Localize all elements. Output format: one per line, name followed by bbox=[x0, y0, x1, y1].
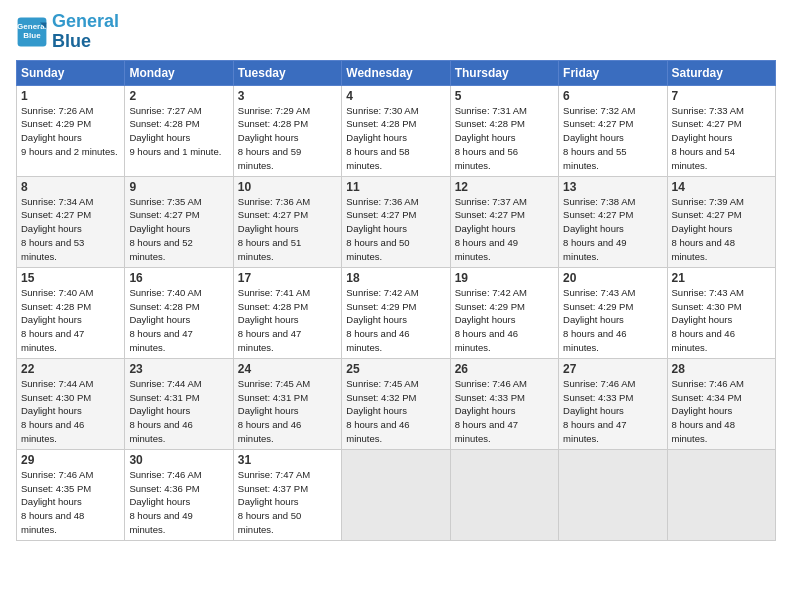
day-number: 1 bbox=[21, 89, 120, 103]
day-cell: 28Sunrise: 7:46 AMSunset: 4:34 PMDayligh… bbox=[667, 358, 775, 449]
day-info: Sunrise: 7:40 AMSunset: 4:28 PMDaylight … bbox=[21, 287, 93, 353]
day-cell: 2Sunrise: 7:27 AMSunset: 4:28 PMDaylight… bbox=[125, 85, 233, 176]
day-cell: 14Sunrise: 7:39 AMSunset: 4:27 PMDayligh… bbox=[667, 176, 775, 267]
day-info: Sunrise: 7:43 AMSunset: 4:29 PMDaylight … bbox=[563, 287, 635, 353]
day-info: Sunrise: 7:45 AMSunset: 4:32 PMDaylight … bbox=[346, 378, 418, 444]
day-number: 26 bbox=[455, 362, 554, 376]
day-info: Sunrise: 7:46 AMSunset: 4:33 PMDaylight … bbox=[455, 378, 527, 444]
day-cell bbox=[342, 449, 450, 540]
day-number: 25 bbox=[346, 362, 445, 376]
day-cell: 29Sunrise: 7:46 AMSunset: 4:35 PMDayligh… bbox=[17, 449, 125, 540]
day-cell: 21Sunrise: 7:43 AMSunset: 4:30 PMDayligh… bbox=[667, 267, 775, 358]
header-cell-friday: Friday bbox=[559, 60, 667, 85]
day-number: 29 bbox=[21, 453, 120, 467]
day-cell: 12Sunrise: 7:37 AMSunset: 4:27 PMDayligh… bbox=[450, 176, 558, 267]
day-info: Sunrise: 7:46 AMSunset: 4:35 PMDaylight … bbox=[21, 469, 93, 535]
day-number: 3 bbox=[238, 89, 337, 103]
day-info: Sunrise: 7:37 AMSunset: 4:27 PMDaylight … bbox=[455, 196, 527, 262]
day-info: Sunrise: 7:45 AMSunset: 4:31 PMDaylight … bbox=[238, 378, 310, 444]
calendar-page: General Blue GeneralBlue SundayMondayTue… bbox=[0, 0, 792, 612]
day-info: Sunrise: 7:44 AMSunset: 4:30 PMDaylight … bbox=[21, 378, 93, 444]
day-info: Sunrise: 7:38 AMSunset: 4:27 PMDaylight … bbox=[563, 196, 635, 262]
day-info: Sunrise: 7:42 AMSunset: 4:29 PMDaylight … bbox=[346, 287, 418, 353]
day-info: Sunrise: 7:46 AMSunset: 4:36 PMDaylight … bbox=[129, 469, 201, 535]
day-cell: 7Sunrise: 7:33 AMSunset: 4:27 PMDaylight… bbox=[667, 85, 775, 176]
logo: General Blue GeneralBlue bbox=[16, 12, 119, 52]
day-number: 21 bbox=[672, 271, 771, 285]
day-number: 30 bbox=[129, 453, 228, 467]
day-info: Sunrise: 7:31 AMSunset: 4:28 PMDaylight … bbox=[455, 105, 527, 171]
day-cell: 13Sunrise: 7:38 AMSunset: 4:27 PMDayligh… bbox=[559, 176, 667, 267]
day-number: 10 bbox=[238, 180, 337, 194]
day-cell: 10Sunrise: 7:36 AMSunset: 4:27 PMDayligh… bbox=[233, 176, 341, 267]
day-cell: 11Sunrise: 7:36 AMSunset: 4:27 PMDayligh… bbox=[342, 176, 450, 267]
header-cell-saturday: Saturday bbox=[667, 60, 775, 85]
day-info: Sunrise: 7:36 AMSunset: 4:27 PMDaylight … bbox=[346, 196, 418, 262]
day-number: 12 bbox=[455, 180, 554, 194]
day-info: Sunrise: 7:44 AMSunset: 4:31 PMDaylight … bbox=[129, 378, 201, 444]
day-number: 9 bbox=[129, 180, 228, 194]
day-cell: 17Sunrise: 7:41 AMSunset: 4:28 PMDayligh… bbox=[233, 267, 341, 358]
day-number: 4 bbox=[346, 89, 445, 103]
day-info: Sunrise: 7:36 AMSunset: 4:27 PMDaylight … bbox=[238, 196, 310, 262]
day-number: 6 bbox=[563, 89, 662, 103]
calendar-header-row: SundayMondayTuesdayWednesdayThursdayFrid… bbox=[17, 60, 776, 85]
header-cell-thursday: Thursday bbox=[450, 60, 558, 85]
day-info: Sunrise: 7:43 AMSunset: 4:30 PMDaylight … bbox=[672, 287, 744, 353]
day-info: Sunrise: 7:46 AMSunset: 4:33 PMDaylight … bbox=[563, 378, 635, 444]
header: General Blue GeneralBlue bbox=[16, 12, 776, 52]
header-cell-wednesday: Wednesday bbox=[342, 60, 450, 85]
day-number: 2 bbox=[129, 89, 228, 103]
day-number: 23 bbox=[129, 362, 228, 376]
day-cell: 9Sunrise: 7:35 AMSunset: 4:27 PMDaylight… bbox=[125, 176, 233, 267]
week-row-3: 15Sunrise: 7:40 AMSunset: 4:28 PMDayligh… bbox=[17, 267, 776, 358]
day-number: 7 bbox=[672, 89, 771, 103]
day-number: 13 bbox=[563, 180, 662, 194]
day-cell: 23Sunrise: 7:44 AMSunset: 4:31 PMDayligh… bbox=[125, 358, 233, 449]
logo-text: GeneralBlue bbox=[52, 12, 119, 52]
day-cell: 30Sunrise: 7:46 AMSunset: 4:36 PMDayligh… bbox=[125, 449, 233, 540]
day-info: Sunrise: 7:27 AMSunset: 4:28 PMDaylight … bbox=[129, 105, 221, 157]
day-number: 24 bbox=[238, 362, 337, 376]
svg-text:Blue: Blue bbox=[23, 31, 41, 40]
day-info: Sunrise: 7:39 AMSunset: 4:27 PMDaylight … bbox=[672, 196, 744, 262]
week-row-1: 1Sunrise: 7:26 AMSunset: 4:29 PMDaylight… bbox=[17, 85, 776, 176]
week-row-4: 22Sunrise: 7:44 AMSunset: 4:30 PMDayligh… bbox=[17, 358, 776, 449]
day-cell bbox=[667, 449, 775, 540]
calendar-body: 1Sunrise: 7:26 AMSunset: 4:29 PMDaylight… bbox=[17, 85, 776, 540]
day-cell: 31Sunrise: 7:47 AMSunset: 4:37 PMDayligh… bbox=[233, 449, 341, 540]
day-number: 20 bbox=[563, 271, 662, 285]
day-cell bbox=[559, 449, 667, 540]
day-number: 16 bbox=[129, 271, 228, 285]
day-cell: 20Sunrise: 7:43 AMSunset: 4:29 PMDayligh… bbox=[559, 267, 667, 358]
day-cell: 1Sunrise: 7:26 AMSunset: 4:29 PMDaylight… bbox=[17, 85, 125, 176]
day-info: Sunrise: 7:47 AMSunset: 4:37 PMDaylight … bbox=[238, 469, 310, 535]
logo-icon: General Blue bbox=[16, 16, 48, 48]
day-number: 22 bbox=[21, 362, 120, 376]
header-cell-sunday: Sunday bbox=[17, 60, 125, 85]
day-cell: 16Sunrise: 7:40 AMSunset: 4:28 PMDayligh… bbox=[125, 267, 233, 358]
day-cell: 4Sunrise: 7:30 AMSunset: 4:28 PMDaylight… bbox=[342, 85, 450, 176]
day-cell: 26Sunrise: 7:46 AMSunset: 4:33 PMDayligh… bbox=[450, 358, 558, 449]
header-cell-monday: Monday bbox=[125, 60, 233, 85]
day-number: 17 bbox=[238, 271, 337, 285]
day-cell: 25Sunrise: 7:45 AMSunset: 4:32 PMDayligh… bbox=[342, 358, 450, 449]
day-number: 31 bbox=[238, 453, 337, 467]
header-cell-tuesday: Tuesday bbox=[233, 60, 341, 85]
day-cell: 18Sunrise: 7:42 AMSunset: 4:29 PMDayligh… bbox=[342, 267, 450, 358]
day-info: Sunrise: 7:33 AMSunset: 4:27 PMDaylight … bbox=[672, 105, 744, 171]
day-info: Sunrise: 7:42 AMSunset: 4:29 PMDaylight … bbox=[455, 287, 527, 353]
day-info: Sunrise: 7:26 AMSunset: 4:29 PMDaylight … bbox=[21, 105, 118, 157]
day-number: 28 bbox=[672, 362, 771, 376]
day-number: 15 bbox=[21, 271, 120, 285]
day-cell: 8Sunrise: 7:34 AMSunset: 4:27 PMDaylight… bbox=[17, 176, 125, 267]
day-cell: 19Sunrise: 7:42 AMSunset: 4:29 PMDayligh… bbox=[450, 267, 558, 358]
day-info: Sunrise: 7:41 AMSunset: 4:28 PMDaylight … bbox=[238, 287, 310, 353]
day-info: Sunrise: 7:32 AMSunset: 4:27 PMDaylight … bbox=[563, 105, 635, 171]
day-cell: 24Sunrise: 7:45 AMSunset: 4:31 PMDayligh… bbox=[233, 358, 341, 449]
day-info: Sunrise: 7:46 AMSunset: 4:34 PMDaylight … bbox=[672, 378, 744, 444]
day-number: 5 bbox=[455, 89, 554, 103]
day-cell: 22Sunrise: 7:44 AMSunset: 4:30 PMDayligh… bbox=[17, 358, 125, 449]
day-info: Sunrise: 7:30 AMSunset: 4:28 PMDaylight … bbox=[346, 105, 418, 171]
day-info: Sunrise: 7:40 AMSunset: 4:28 PMDaylight … bbox=[129, 287, 201, 353]
